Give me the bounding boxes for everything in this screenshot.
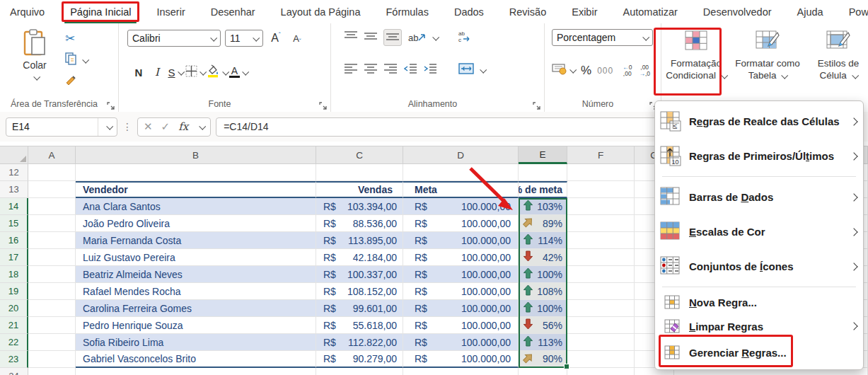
align-center-icon[interactable] [364,64,377,76]
ribbon-tab-power-pivot[interactable]: Power Pivot [849,6,868,18]
increase-indent-icon[interactable] [424,64,436,76]
cell-D12[interactable] [403,164,519,181]
wrap-text-button[interactable]: abc [458,30,472,45]
cell-styles-button[interactable]: Estilos de Célula [806,29,868,81]
cell-meta-18[interactable]: R$100.000,00 [403,266,519,283]
insert-function-button[interactable]: fx [178,120,188,133]
cell-A19[interactable] [28,283,76,300]
bold-button[interactable]: N [130,63,147,81]
cell-F21[interactable] [567,317,635,334]
row-header-21[interactable]: 21 [0,317,28,334]
cell-F18[interactable] [567,266,635,283]
cell-meta-21[interactable]: R$100.000,00 [403,317,519,334]
row-header-12[interactable]: 12 [0,164,28,181]
menu-item-barras-de-dados[interactable]: Barras de Dados [655,180,863,214]
menu-item-limpar-regras[interactable]: Limpar Regras [655,314,863,338]
cell-vendedor-23[interactable]: Gabriel Vasconcelos Brito [76,351,316,368]
cell-vendedor-20[interactable]: Carolina Ferreira Gomes [76,300,316,317]
copy-button[interactable] [65,52,88,68]
cell-vendas-23[interactable]: R$90.279,00 [316,351,403,368]
conditional-formatting-button[interactable]: Formatação Condicional [664,29,729,81]
cell-F15[interactable] [567,215,635,232]
ribbon-tab-exibir[interactable]: Exibir [572,6,597,18]
cell-F13[interactable] [567,181,635,198]
row-header-15[interactable]: 15 [0,215,28,232]
align-top-icon[interactable] [345,31,357,44]
table-header-pct-meta[interactable]: % de meta [519,181,567,198]
ribbon-tab-desenvolvedor[interactable]: Desenvolvedor [703,6,772,18]
cell-B12[interactable] [76,164,316,181]
cell-pct-19[interactable]: 108% [519,283,567,300]
menu-item-regras-de-primeiros-últimos[interactable]: 10 Regras de Primeiros/Últimos [655,139,863,173]
align-middle-icon[interactable] [364,31,377,44]
cell-vendas-16[interactable]: R$113.895,00 [316,232,403,249]
cell-vendedor-17[interactable]: Luiz Gustavo Pereira [76,249,316,266]
cell-A15[interactable] [28,215,76,232]
cell-A12[interactable] [28,164,76,181]
cell-D24[interactable] [403,368,519,375]
cell-meta-22[interactable]: R$100.000,00 [403,334,519,351]
column-header-f[interactable]: F [567,146,635,164]
align-right-icon[interactable] [384,64,397,76]
cell-pct-17[interactable]: 42% [519,249,567,266]
row-header-22[interactable]: 22 [0,334,28,351]
ribbon-tab-desenhar[interactable]: Desenhar [211,6,255,18]
cell-vendedor-16[interactable]: Maria Fernanda Costa [76,232,316,249]
menu-item-escalas-de-cor[interactable]: Escalas de Cor [655,214,863,249]
cell-A18[interactable] [28,266,76,283]
table-header-vendedor[interactable]: Vendedor [76,181,316,198]
column-header-c[interactable]: C [316,146,403,164]
row-header-16[interactable]: 16 [0,232,28,249]
dialog-launcher-icon[interactable] [319,100,327,108]
percent-style-button[interactable]: % [581,64,591,78]
column-header-b[interactable]: B [76,146,316,164]
decrease-decimal-button[interactable]: ,00→,0 [639,64,650,76]
row-header-19[interactable]: 19 [0,283,28,300]
align-bottom-icon[interactable] [383,29,402,46]
row-header-23[interactable]: 23 [0,351,28,368]
row-header-17[interactable]: 17 [0,249,28,266]
borders-button[interactable] [185,63,205,81]
cell-vendas-19[interactable]: R$108.152,00 [316,283,403,300]
cell-A24[interactable] [28,368,76,375]
menu-item-gerenciar-regras[interactable]: Gerenciar Regras... [655,338,863,367]
cell-vendedor-22[interactable]: Sofia Ribeiro Lima [76,334,316,351]
fill-color-button[interactable] [207,63,228,81]
underline-button[interactable]: S [167,63,184,81]
row-header-13[interactable]: 13 [0,181,28,198]
cell-vendas-21[interactable]: R$55.618,00 [316,317,403,334]
orientation-button[interactable]: ab [408,33,427,43]
cell-meta-17[interactable]: R$100.000,00 [403,249,519,266]
column-header-e[interactable]: E [519,146,567,164]
cell-A22[interactable] [28,334,76,351]
font-size-select[interactable]: 11 [225,30,263,47]
cell-pct-21[interactable]: 56% [519,317,567,334]
name-box[interactable]: E14 [6,117,117,137]
ribbon-tab-inserir[interactable]: Inserir [156,6,185,18]
cell-A21[interactable] [28,317,76,334]
cell-F19[interactable] [567,283,635,300]
row-header-20[interactable]: 20 [0,300,28,317]
font-color-button[interactable]: A [229,63,248,81]
cell-vendas-17[interactable]: R$42.184,00 [316,249,403,266]
cell-meta-15[interactable]: R$100.000,00 [403,215,519,232]
dialog-launcher-icon[interactable] [107,100,115,108]
cell-pct-15[interactable]: 89% [519,215,567,232]
cell-meta-19[interactable]: R$100.000,00 [403,283,519,300]
ribbon-tab-arquivo[interactable]: Arquivo [10,6,45,18]
cell-vendedor-14[interactable]: Ana Clara Santos [76,198,316,215]
cell-meta-14[interactable]: R$100.000,00 [403,198,519,215]
cell-vendedor-19[interactable]: Rafael Mendes Rocha [76,283,316,300]
cell-meta-23[interactable]: R$100.000,00 [403,351,519,368]
cell-F14[interactable] [567,198,635,215]
cell-E12[interactable] [519,164,567,181]
dialog-launcher-icon[interactable] [533,100,540,108]
select-all-corner[interactable] [0,146,28,164]
cell-A17[interactable] [28,249,76,266]
cell-vendas-18[interactable]: R$100.337,00 [316,266,403,283]
enter-icon[interactable]: ✓ [161,120,170,133]
cell-vendas-22[interactable]: R$112.822,00 [316,334,403,351]
cell-F23[interactable] [567,351,635,368]
decrease-indent-icon[interactable] [404,64,417,76]
row-header-18[interactable]: 18 [0,266,28,283]
